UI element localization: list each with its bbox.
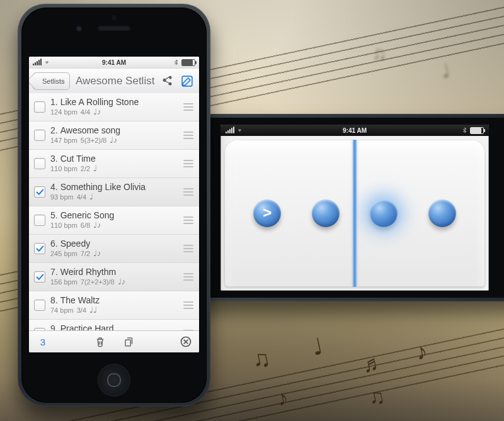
phone-landscape: 9:41 AM > <box>169 114 504 301</box>
song-row[interactable]: 1.Like A Rolling Stone124 bpm4/4♩♪ <box>29 93 199 121</box>
beat-accent[interactable]: > <box>253 199 281 227</box>
reorder-handle[interactable] <box>183 103 194 111</box>
metronome-screen: 9:41 AM > <box>220 125 489 291</box>
song-row[interactable]: 9.Practice Hard115 bpm6/2♩♪ <box>29 320 199 331</box>
beat-dot[interactable] <box>370 199 398 227</box>
song-title: Generic Song <box>60 210 115 220</box>
status-bar: 9:41 AM <box>220 125 489 136</box>
song-number: 2. <box>50 125 58 135</box>
phone-portrait: 9:41 AM Setlists Awesome Setlist <box>18 4 210 407</box>
song-bpm: 147 bpm <box>50 137 77 145</box>
song-number: 7. <box>50 267 58 277</box>
song-bpm: 74 bpm <box>50 306 74 315</box>
checkbox[interactable] <box>34 101 45 113</box>
song-bpm: 245 bpm <box>50 250 77 258</box>
back-label: Setlists <box>42 77 64 85</box>
song-timesig: 7(2+2+3)/8 <box>81 278 115 286</box>
reorder-handle[interactable] <box>183 245 194 252</box>
song-title: Weird Rhythm <box>60 267 116 277</box>
song-number: 6. <box>50 239 58 249</box>
song-row[interactable]: 3.Cut Time110 bpm2/2♩ <box>29 150 199 178</box>
song-info: 8.The Waltz74 bpm3/4♩♩ <box>50 295 183 315</box>
song-title: Speedy <box>60 239 90 249</box>
song-info: 3.Cut Time110 bpm2/2♩ <box>50 154 183 173</box>
note-icon: ♩♪ <box>118 278 126 287</box>
song-info: 5.Generic Song110 bpm6/8♩♪ <box>50 210 183 230</box>
checkbox[interactable] <box>34 243 45 254</box>
song-timesig: 3/4 <box>77 306 86 315</box>
beat-dot[interactable] <box>428 199 456 227</box>
reorder-handle[interactable] <box>183 301 194 309</box>
back-button[interactable]: Setlists <box>33 72 70 90</box>
note-icon: ♩♪ <box>93 221 101 230</box>
song-number: 3. <box>50 154 58 164</box>
song-row[interactable]: 6.Speedy245 bpm7/2♩♪ <box>29 235 199 263</box>
home-button[interactable] <box>98 364 130 396</box>
reorder-handle[interactable] <box>183 132 194 139</box>
battery-icon <box>181 59 195 66</box>
song-timesig: 5(3+2)/8 <box>81 137 106 145</box>
song-list[interactable]: 1.Like A Rolling Stone124 bpm4/4♩♪2.Awes… <box>29 93 199 331</box>
song-bpm: 93 bpm <box>50 193 74 201</box>
reorder-handle[interactable] <box>183 188 194 196</box>
song-timesig: 4/4 <box>77 193 86 201</box>
note-icon: ♩♪ <box>110 136 118 145</box>
song-row[interactable]: 2.Awesome song147 bpm5(3+2)/8♩♪ <box>29 121 199 150</box>
page-title: Awesome Setlist <box>74 75 156 87</box>
wifi-icon <box>45 59 49 66</box>
song-timesig: 7/2 <box>81 250 90 258</box>
note-icon: ♩ <box>89 193 93 202</box>
battery-icon <box>470 127 484 134</box>
song-bpm: 124 bpm <box>50 108 77 116</box>
song-timesig: 2/2 <box>81 165 90 173</box>
note-icon: ♩♪ <box>93 108 101 117</box>
song-bpm: 156 bpm <box>50 278 77 286</box>
duplicate-button[interactable] <box>122 335 136 349</box>
song-info: 1.Like A Rolling Stone124 bpm4/4♩♪ <box>50 97 183 116</box>
checkbox[interactable] <box>34 271 45 283</box>
song-title: Like A Rolling Stone <box>60 97 139 107</box>
song-title: Cut Time <box>60 154 96 164</box>
metronome-panel: > <box>224 140 485 287</box>
signal-icon <box>33 60 42 65</box>
selected-count: 3 <box>35 337 50 347</box>
nav-bar: Setlists Awesome Setlist <box>29 69 199 94</box>
song-row[interactable]: 8.The Waltz74 bpm3/4♩♩ <box>29 291 199 320</box>
checkbox[interactable] <box>34 186 45 198</box>
song-timesig: 6/8 <box>81 222 90 230</box>
accent-icon: > <box>263 204 272 222</box>
song-row[interactable]: 7.Weird Rhythm156 bpm7(2+2+3)/8♩♪ <box>29 263 199 291</box>
reorder-handle[interactable] <box>183 216 194 224</box>
close-button[interactable] <box>179 335 193 349</box>
song-timesig: 4/4 <box>81 108 90 116</box>
song-title: Awesome song <box>60 125 120 135</box>
song-bpm: 110 bpm <box>50 165 77 173</box>
note-icon: ♩♪ <box>93 249 101 259</box>
note-icon: ♩♩ <box>89 306 97 315</box>
reorder-handle[interactable] <box>183 160 194 167</box>
song-info: 4.Something Like Olivia93 bpm4/4♩ <box>50 182 183 201</box>
svg-rect-0 <box>182 76 192 86</box>
reorder-handle[interactable] <box>183 273 194 281</box>
song-title: Something Like Olivia <box>60 182 146 192</box>
signal-icon <box>226 128 234 133</box>
song-number: 1. <box>50 97 58 107</box>
checkbox[interactable] <box>34 300 45 311</box>
song-title: The Waltz <box>60 295 100 305</box>
delete-button[interactable] <box>93 335 107 349</box>
song-row[interactable]: 5.Generic Song110 bpm6/8♩♪ <box>29 206 199 235</box>
compose-button[interactable] <box>180 74 194 88</box>
checkbox[interactable] <box>34 158 45 169</box>
status-time: 9:41 AM <box>102 59 126 66</box>
checkbox[interactable] <box>34 130 45 141</box>
status-bar: 9:41 AM <box>29 57 199 69</box>
share-button[interactable] <box>160 74 174 88</box>
song-row[interactable]: 4.Something Like Olivia93 bpm4/4♩ <box>29 178 199 206</box>
checkbox[interactable] <box>34 215 45 226</box>
song-info: 2.Awesome song147 bpm5(3+2)/8♩♪ <box>50 125 183 145</box>
wifi-icon <box>238 127 242 134</box>
bluetooth-icon <box>174 59 178 66</box>
beat-dot[interactable] <box>312 199 340 227</box>
song-number: 5. <box>50 210 58 220</box>
song-number: 4. <box>50 182 58 192</box>
